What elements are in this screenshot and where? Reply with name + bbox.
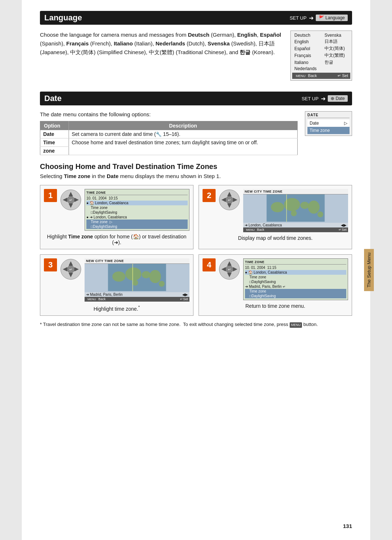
step-2-caption: Display map of world time zones.	[238, 235, 313, 241]
language-menu-box: DeutschSvenska English日本語 Español中文(简体) …	[290, 31, 352, 81]
desc-time: Choose home and travel destination time …	[69, 138, 297, 155]
side-tab: The Setup Menu	[364, 249, 374, 291]
map-2-title: NEW CITY TIME ZONE	[243, 189, 348, 194]
svg-point-33	[142, 271, 151, 278]
step-4-screen: TIME ZONE 10. 01. 2004 11:15 ● 🏠 London,…	[243, 258, 348, 300]
step-4-number: 4	[203, 258, 216, 271]
screen-date-1: 10. 01. 2004 10:15	[86, 196, 188, 201]
language-setup-indicator: SET UP ➜ 🚩 Language	[290, 15, 348, 21]
page-number: 131	[343, 523, 352, 529]
map-2-footer-row: ➜ London, Casablanca ◀▶	[243, 223, 348, 227]
date-section: Date SET UP ➜ ⊕ Date The date menu conta…	[40, 92, 352, 155]
screen-home-4: ● 🏠 London, Casablanca	[245, 270, 346, 275]
option-time: Time	[40, 138, 69, 147]
dpad-2: ↵	[219, 189, 240, 211]
map-2-city: ➜ London, Casablanca	[245, 223, 282, 227]
step-3-inner: 3 ↵ NEW CITY TIME ZONE	[44, 258, 189, 302]
screen-tz-4a: Time zone	[245, 275, 346, 279]
svg-point-19	[308, 201, 320, 214]
screen-ds-1a: □DaylightSaving	[86, 210, 188, 215]
map-2-footer-bar: MENU Back ↵Set	[243, 227, 348, 232]
step-2-inner: 2 ↵ NEW CITY TIME ZONE	[203, 189, 348, 232]
map-2-svg	[243, 194, 348, 222]
date-header: Date SET UP ➜ ⊕ Date	[40, 92, 352, 105]
map-3-title: NEW CITY TIME ZONE	[85, 258, 189, 264]
date-setup-indicator: SET UP ➜ ⊕ Date	[302, 95, 348, 102]
option-zone: zone	[40, 147, 69, 155]
map-2-back: MENU Back	[245, 228, 264, 232]
step-1-caption: Highlight Time zone option for home (🏠) …	[44, 234, 189, 245]
svg-point-17	[291, 210, 297, 216]
language-header: Language SET UP ➜ 🚩 Language	[40, 11, 352, 25]
svg-point-30	[113, 271, 126, 282]
map-3-back: MENU Back	[86, 297, 106, 301]
language-setup-label: 🚩 Language	[316, 15, 348, 21]
step-1-number: 1	[44, 189, 57, 202]
screen-tz-1b: Time zone ▷	[86, 219, 188, 224]
setup-arrow-icon: ➜	[309, 15, 314, 21]
dpad-1: ↵	[60, 189, 82, 211]
step-1-box: 1 ↵	[40, 185, 193, 249]
date-intro: The date menu contains the following opt…	[40, 111, 298, 117]
table-row: Date Set camera to current date and time…	[40, 130, 298, 138]
date-setup-arrow-icon: ➜	[321, 95, 326, 102]
step-3-box: 3 ↵ NEW CITY TIME ZONE	[40, 254, 193, 316]
language-title: Language	[44, 13, 82, 23]
choosing-title: Choosing Home and Travel Destination Tim…	[40, 162, 352, 171]
date-setup-text: SET UP	[302, 96, 319, 101]
map-3-footer-row: ➜ Madrid, Paris, Berlin ◀▶	[85, 292, 189, 297]
setup-text: SET UP	[290, 15, 307, 21]
menu-back-label: MENU Back	[294, 73, 317, 78]
screen-ds-1b: □DaylightSaving	[86, 224, 188, 229]
step-4-box: 4 ↵ TIME ZONE 10. 01. 2004 11:	[199, 254, 352, 316]
language-menu-footer: MENU Back ↵ Set	[292, 73, 350, 79]
date-menu-box: DATE Date▷ Time zone	[305, 111, 352, 136]
step-1-screen: TIME ZONE 10. 01. 2004 10:15 ● 🏠 London,…	[85, 189, 189, 231]
screen-4-title: TIME ZONE	[245, 260, 346, 265]
language-content: Choose the language for camera menus and…	[40, 31, 352, 81]
step-2-box: 2 ↵ NEW CITY TIME ZONE	[199, 185, 352, 249]
map-2-set: ↵Set	[339, 228, 347, 232]
map-3-city: ➜ Madrid, Paris, Berlin	[86, 293, 123, 297]
svg-text:↵: ↵	[228, 198, 231, 202]
choosing-section: Choosing Home and Travel Destination Tim…	[40, 162, 352, 328]
screen-ds-4b: □DaylightSaving	[245, 294, 346, 298]
svg-point-18	[301, 202, 309, 209]
date-menu-item-date: Date▷	[307, 120, 350, 127]
flag-icon: 🚩	[319, 15, 324, 20]
step-3-caption: Highlight time zone.*	[94, 305, 140, 312]
dpad-3: ↵	[60, 258, 82, 280]
screen-1-title: TIME ZONE	[86, 191, 188, 195]
date-menu-item-timezone: Time zone	[307, 127, 350, 134]
step-3-number: 3	[44, 258, 57, 271]
map-3-body	[85, 264, 189, 292]
screen-home-1: ● 🏠 London, Casablanca	[86, 201, 188, 205]
desc-date: Set camera to current date and time (🔧 1…	[69, 130, 297, 138]
map-3-svg	[85, 264, 189, 291]
dpad-4: ↵	[219, 258, 240, 280]
step-2-number: 2	[203, 189, 216, 202]
step-1-inner: 1 ↵	[44, 189, 189, 231]
step-3-map-container: NEW CITY TIME ZONE	[85, 258, 189, 302]
screen-tz-1a: Time zone	[86, 205, 188, 210]
svg-point-34	[150, 270, 161, 283]
svg-text:↵: ↵	[228, 267, 231, 271]
svg-text:↵: ↵	[69, 267, 72, 271]
svg-point-35	[159, 281, 165, 287]
description-col-header: Description	[69, 121, 297, 130]
date-title: Date	[44, 94, 62, 103]
option-col-header: Option	[40, 121, 69, 130]
date-content: The date menu contains the following opt…	[40, 111, 352, 155]
svg-point-32	[132, 280, 138, 286]
step-2-map-container: NEW CITY TIME ZONE	[243, 189, 348, 232]
svg-point-20	[318, 211, 323, 217]
step-4-caption: Return to time zone menu.	[245, 303, 305, 309]
map-3-arrows: ◀▶	[182, 293, 188, 297]
option-date: Date	[40, 130, 69, 138]
choosing-subtitle: Selecting Time zone in the Date menu dis…	[40, 173, 352, 179]
map-3-set: ↵Set	[180, 297, 188, 301]
steps-grid: 1 ↵	[40, 185, 352, 316]
map-2-arrows: ◀▶	[341, 223, 347, 227]
date-menu-title: DATE	[307, 113, 350, 118]
svg-point-31	[126, 267, 142, 281]
